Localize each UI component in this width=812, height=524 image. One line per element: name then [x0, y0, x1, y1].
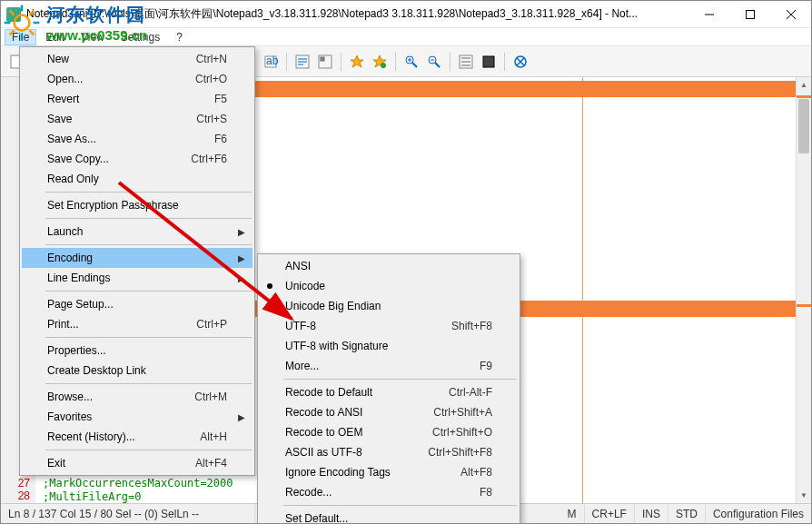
close-button[interactable]: [770, 1, 811, 27]
svg-rect-25: [321, 57, 324, 61]
file-menu-item-favorites[interactable]: Favorites▶: [22, 407, 253, 427]
long-line-marker: [582, 77, 583, 503]
window-title: Notepad3.ini [D:\tools\桌面\河东软件园\Notepad3…: [26, 6, 688, 22]
encoding-menu-item-recode-to-ansi[interactable]: Recode to ANSICtrl+Shift+A: [260, 402, 518, 422]
encoding-menu-item-recode-to-oem[interactable]: Recode to OEMCtrl+Shift+O: [260, 422, 518, 442]
file-menu-item-encoding[interactable]: Encoding▶: [22, 248, 253, 268]
encoding-menu-item-utf-8-with-signature[interactable]: UTF-8 with Signature: [260, 336, 518, 356]
tb-exit[interactable]: [510, 52, 530, 72]
scroll-up-icon[interactable]: ▲: [797, 77, 811, 93]
status-eol[interactable]: CR+LF: [585, 504, 635, 523]
file-menu-item-save-copy-[interactable]: Save Copy...Ctrl+F6: [22, 149, 253, 169]
maximize-button[interactable]: [729, 1, 770, 27]
app-icon: [6, 7, 21, 22]
status-ins[interactable]: INS: [635, 504, 668, 523]
menu-bar: File Edit View Settings ?: [1, 28, 811, 46]
status-std[interactable]: STD: [668, 504, 706, 523]
code-line-27: ;MarkOccurrencesMaxCount=2000: [43, 477, 233, 489]
lineno-27: 27: [1, 477, 30, 489]
scrollbar-marker: [797, 304, 811, 307]
encoding-menu-item-ignore-encoding-tags[interactable]: Ignore Encoding TagsAlt+F8: [260, 462, 518, 482]
file-menu-item-browse-[interactable]: Browse...Ctrl+M: [22, 387, 253, 407]
file-menu-item-line-endings[interactable]: Line Endings▶: [22, 268, 253, 288]
scroll-down-icon[interactable]: ▼: [797, 488, 811, 503]
menu-settings[interactable]: Settings: [114, 29, 167, 45]
file-menu-item-properties-[interactable]: Properties...: [22, 341, 253, 361]
svg-rect-38: [483, 56, 494, 67]
file-menu-item-page-setup-[interactable]: Page Setup...: [22, 294, 253, 314]
encoding-menu-item-utf-8[interactable]: UTF-8Shift+F8: [260, 316, 518, 336]
title-bar: Notepad3.ini [D:\tools\桌面\河东软件园\Notepad3…: [1, 1, 811, 28]
encoding-menu-item-ascii-as-utf-8[interactable]: ASCII as UTF-8Ctrl+Shift+F8: [260, 442, 518, 462]
tb-replace[interactable]: ab: [261, 52, 281, 72]
svg-line-28: [412, 63, 417, 67]
tb-zoomout[interactable]: [424, 52, 444, 72]
vertical-scrollbar[interactable]: ▲ ▼: [796, 77, 811, 503]
file-menu-item-set-encryption-passphrase[interactable]: Set Encryption Passphrase: [22, 195, 253, 215]
tb-fav-add[interactable]: [347, 52, 367, 72]
encoding-menu-item-recode-to-default[interactable]: Recode to DefaultCtrl-Alt-F: [260, 382, 518, 402]
file-menu-item-create-desktop-link[interactable]: Create Desktop Link: [22, 361, 253, 381]
encoding-submenu: ANSIUnicodeUnicode Big EndianUTF-8Shift+…: [257, 253, 520, 524]
minimize-button[interactable]: [688, 1, 729, 27]
encoding-menu-item-set-default-[interactable]: Set Default...: [260, 509, 518, 524]
encoding-menu-item-ansi[interactable]: ANSI: [260, 256, 518, 276]
svg-point-26: [381, 63, 386, 68]
file-menu: NewCtrl+NOpen...Ctrl+ORevertF5SaveCtrl+S…: [19, 46, 255, 476]
file-menu-item-read-only[interactable]: Read Only: [22, 169, 253, 189]
status-scheme[interactable]: Configuration Files: [706, 504, 811, 523]
file-menu-item-revert[interactable]: RevertF5: [22, 89, 253, 109]
tb-wordwrap[interactable]: [292, 52, 312, 72]
lineno-28: 28: [1, 489, 30, 502]
file-menu-item-save-as-[interactable]: Save As...F6: [22, 129, 253, 149]
menu-view[interactable]: View: [74, 29, 112, 45]
menu-edit[interactable]: Edit: [38, 29, 72, 45]
file-menu-item-new[interactable]: NewCtrl+N: [22, 49, 253, 69]
tb-fav-manage[interactable]: [370, 52, 390, 72]
file-menu-item-open-[interactable]: Open...Ctrl+O: [22, 69, 253, 89]
svg-line-32: [435, 63, 440, 67]
encoding-menu-item-recode-[interactable]: Recode...F8: [260, 482, 518, 502]
code-line-28: ;MultiFileArg=0: [43, 490, 141, 503]
file-menu-item-save[interactable]: SaveCtrl+S: [22, 109, 253, 129]
menu-file[interactable]: File: [5, 29, 36, 45]
tb-scheme[interactable]: [456, 52, 476, 72]
file-menu-item-recent-history-[interactable]: Recent (History)...Alt+H: [22, 427, 253, 447]
svg-text:ab: ab: [266, 54, 278, 67]
tb-zoomin[interactable]: [401, 52, 421, 72]
scrollbar-thumb[interactable]: [798, 99, 809, 153]
status-position[interactable]: Ln 8 / 137 Col 15 / 80 Sel -- (0) SelLn …: [1, 504, 255, 523]
encoding-menu-item-more-[interactable]: More...F9: [260, 356, 518, 376]
tb-settings[interactable]: [315, 52, 335, 72]
svg-rect-1: [746, 10, 754, 18]
tb-custom[interactable]: [479, 52, 499, 72]
encoding-menu-item-unicode[interactable]: Unicode: [260, 276, 518, 296]
encoding-menu-item-unicode-big-endian[interactable]: Unicode Big Endian: [260, 296, 518, 316]
file-menu-item-print-[interactable]: Print...Ctrl+P: [22, 314, 253, 334]
scrollbar-marker: [797, 95, 811, 98]
file-menu-item-launch[interactable]: Launch▶: [22, 222, 253, 242]
file-menu-item-exit[interactable]: ExitAlt+F4: [22, 453, 253, 473]
menu-help[interactable]: ?: [169, 29, 190, 45]
